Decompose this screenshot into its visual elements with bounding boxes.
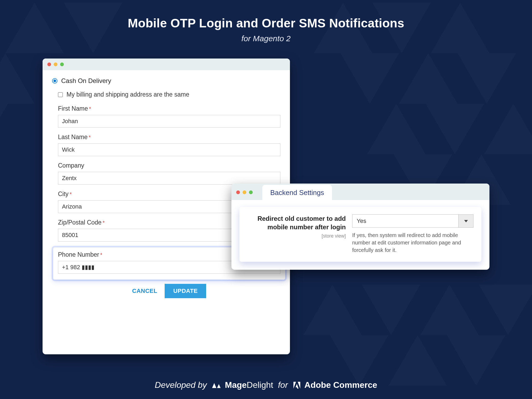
footer: Developed by MageDelight for Adobe Comme… [0,380,532,390]
first-name-input[interactable] [58,115,280,128]
same-address-checkbox[interactable] [58,92,63,97]
page-title: Mobile OTP Login and Order SMS Notificat… [0,16,532,30]
company-label: Company [58,162,280,169]
company-field: Company [58,162,280,185]
for-label: for [278,380,288,390]
adobe-commerce-text: Adobe Commerce [304,380,377,390]
select-value: Yes [352,215,458,227]
settings-card: Redirect old customer to add mobile numb… [239,207,481,262]
developed-by-label: Developed by [155,380,207,390]
company-input[interactable] [58,172,280,185]
last-name-label: Last Name* [58,134,280,141]
minimize-icon[interactable] [243,190,246,194]
page-subtitle: for Magento 2 [0,34,532,43]
cancel-button[interactable]: CANCEL [132,288,157,294]
window-titlebar [43,59,290,70]
maximize-icon[interactable] [249,190,253,194]
page-heading: Mobile OTP Login and Order SMS Notificat… [0,16,532,43]
tab-backend-settings[interactable]: Backend Settings [262,185,332,200]
first-name-field: First Name* [58,105,280,128]
settings-titlebar: Backend Settings [231,184,489,200]
first-name-label: First Name* [58,105,280,112]
setting-label: Redirect old customer to add mobile numb… [247,214,346,232]
chevron-down-icon [458,215,473,227]
same-address-label: My billing and shipping address are the … [66,91,189,98]
payment-radio-cod[interactable] [52,78,57,84]
redirect-select[interactable]: Yes [352,214,473,228]
magedelight-icon [212,381,222,389]
payment-method-label: Cash On Delivery [61,77,111,85]
update-button[interactable]: UPDATE [165,284,206,298]
maximize-icon[interactable] [60,63,64,66]
last-name-field: Last Name* [58,134,280,156]
adobe-commerce-logo: Adobe Commerce [293,380,377,390]
close-icon[interactable] [236,190,240,194]
last-name-input[interactable] [58,143,280,156]
close-icon[interactable] [47,63,51,66]
adobe-icon [293,381,301,389]
setting-scope: [store view] [247,233,346,239]
settings-window: Backend Settings Redirect old customer t… [231,184,489,270]
minimize-icon[interactable] [54,63,57,66]
magedelight-logo: MageDelight [212,380,273,390]
setting-help-text: If yes, then system will redirect to add… [352,231,473,254]
